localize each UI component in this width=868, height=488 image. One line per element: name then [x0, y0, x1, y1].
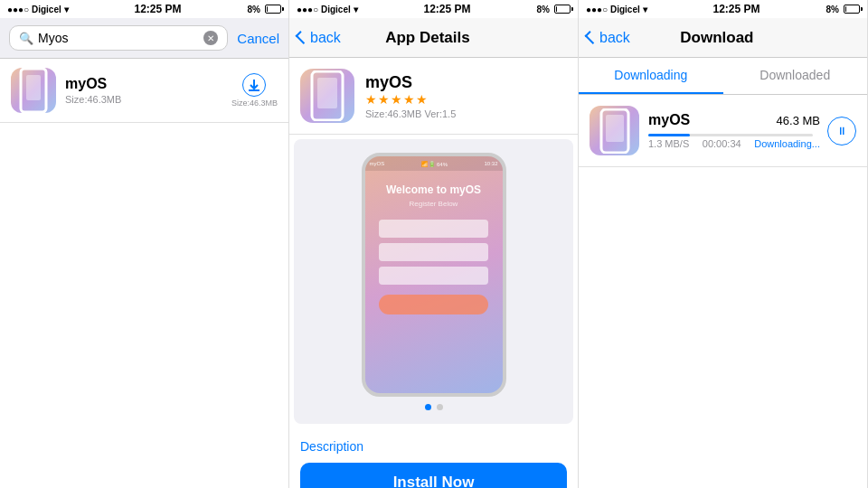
- app-info: myOS Size:46.3MB: [65, 76, 231, 105]
- pause-button[interactable]: ⏸: [827, 117, 856, 145]
- dl-status: Downloading...: [754, 138, 820, 149]
- pause-icon: ⏸: [836, 125, 847, 137]
- status-bar-1: ●●●○ Digicel ▾ 12:25 PM 8%: [0, 0, 288, 18]
- app-icon-svg: [19, 68, 48, 113]
- app-list-item[interactable]: myOS Size:46.3MB Size:46.3MB: [0, 59, 288, 123]
- dl-progress-bar-wrap: [648, 134, 813, 136]
- status-bar-2: ●●●○ Digicel ▾ 12:25 PM 8%: [289, 0, 578, 18]
- install-size: Size:46.3MB: [231, 99, 278, 108]
- tab-downloading[interactable]: Downloading: [579, 58, 723, 94]
- download-tabs: Downloading Downloaded: [579, 58, 867, 95]
- detail-meta: Size:46.3MB Ver:1.5: [365, 108, 567, 119]
- app-list: myOS Size:46.3MB Size:46.3MB: [0, 59, 288, 123]
- chevron-left-icon-3: [585, 31, 599, 44]
- battery-2: 8%: [537, 5, 571, 14]
- dl-size: 46.3 MB: [777, 114, 820, 127]
- back-button-2[interactable]: back: [298, 30, 341, 46]
- nav-title-3: Download: [630, 29, 804, 47]
- svg-rect-5: [317, 78, 337, 108]
- download-item: myOS 46.3 MB 1.3 MB/S 00:00:34 Downloadi…: [579, 95, 867, 167]
- dot-2: [437, 404, 443, 410]
- download-panel: ●●●○ Digicel ▾ 12:25 PM 8% back Download…: [579, 0, 868, 488]
- screenshot-cta-btn: [379, 295, 489, 314]
- carrier-2: ●●●○ Digicel ▾: [297, 5, 358, 14]
- app-name: myOS: [65, 76, 231, 92]
- screenshot-dots: [425, 404, 443, 410]
- detail-info: myOS ★★★★★ Size:46.3MB Ver:1.5: [365, 73, 567, 119]
- dl-info: myOS 46.3 MB 1.3 MB/S 00:00:34 Downloadi…: [648, 112, 820, 149]
- description-label: Description: [300, 439, 567, 454]
- app-icon: [11, 68, 56, 113]
- install-icon[interactable]: [242, 73, 266, 97]
- battery-icon-1: [265, 5, 281, 14]
- dl-app-name: myOS: [648, 112, 690, 128]
- back-label-3: back: [599, 30, 630, 46]
- time-1: 12:25 PM: [135, 3, 182, 15]
- nav-bar-3: back Download: [579, 18, 867, 58]
- carrier-1: ●●●○ Digicel ▾: [7, 5, 69, 14]
- screenshot-statusbar: myOS 📶 🔋 64% 10:32: [365, 156, 503, 171]
- screenshot-welcome-title: Welcome to myOS: [386, 183, 481, 196]
- detail-app-icon: [300, 69, 354, 123]
- screenshot-area: myOS 📶 🔋 64% 10:32 Welcome to myOS Regis…: [294, 139, 573, 424]
- dot-1: [425, 404, 431, 410]
- app-meta: Size:46.3MB: [65, 94, 231, 105]
- battery-1: 8%: [248, 5, 281, 14]
- back-button-3[interactable]: back: [588, 30, 630, 46]
- screenshot-field-3: [379, 267, 489, 285]
- tab-downloaded[interactable]: Downloaded: [723, 58, 868, 94]
- carrier-3: ●●●○ Digicel ▾: [586, 5, 647, 14]
- install-now-button[interactable]: Install Now: [300, 463, 567, 488]
- chevron-left-icon-2: [296, 31, 309, 44]
- cancel-button[interactable]: Cancel: [237, 31, 279, 46]
- svg-rect-7: [606, 115, 624, 142]
- battery-icon-3: [844, 5, 860, 14]
- dl-row2: 1.3 MB/S 00:00:34 Downloading...: [648, 138, 820, 149]
- back-label-2: back: [310, 30, 341, 46]
- detail-stars: ★★★★★: [365, 92, 567, 107]
- battery-icon-2: [554, 5, 571, 14]
- time-2: 12:25 PM: [424, 3, 471, 15]
- dl-progress-bar: [648, 134, 690, 136]
- dl-app-icon: [590, 106, 639, 155]
- search-bar[interactable]: 🔍 ✕: [9, 25, 228, 51]
- details-panel: ●●●○ Digicel ▾ 12:25 PM 8% back App Deta…: [289, 0, 579, 488]
- battery-3: 8%: [826, 5, 860, 14]
- search-input[interactable]: [38, 31, 203, 45]
- app-detail-content: myOS ★★★★★ Size:46.3MB Ver:1.5 myOS 📶 🔋 …: [289, 58, 578, 488]
- search-panel: ●●●○ Digicel ▾ 12:25 PM 8% 🔍 ✕ Cancel my…: [0, 0, 289, 488]
- nav-bar-2: back App Details: [289, 18, 578, 58]
- search-bar-row: 🔍 ✕ Cancel: [0, 18, 288, 59]
- nav-title-2: App Details: [341, 29, 514, 47]
- search-icon: 🔍: [19, 32, 33, 45]
- phone-screenshot: myOS 📶 🔋 64% 10:32 Welcome to myOS Regis…: [362, 153, 506, 397]
- screenshot-welcome-sub: Register Below: [410, 200, 458, 208]
- description-section: Description Install Now: [289, 428, 578, 488]
- time-3: 12:25 PM: [713, 3, 760, 15]
- dl-time: 00:00:34: [703, 138, 741, 149]
- dl-speed: 1.3 MB/S: [648, 138, 689, 149]
- screenshot-field-2: [379, 243, 489, 261]
- svg-rect-1: [26, 75, 41, 100]
- detail-app-name: myOS: [365, 73, 567, 92]
- screenshot-field-1: [379, 220, 489, 238]
- app-detail-header: myOS ★★★★★ Size:46.3MB Ver:1.5: [289, 58, 578, 135]
- clear-icon[interactable]: ✕: [203, 31, 218, 45]
- status-bar-3: ●●●○ Digicel ▾ 12:25 PM 8%: [579, 0, 867, 18]
- install-section: Size:46.3MB: [231, 73, 278, 108]
- dl-progress-row: [648, 134, 820, 136]
